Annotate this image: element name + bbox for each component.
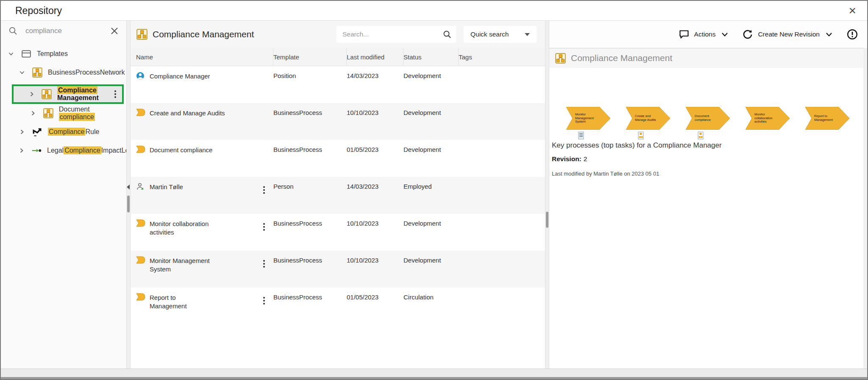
create-new-revision-button[interactable]: Create New Revision	[743, 29, 832, 39]
clear-search-icon[interactable]	[110, 27, 119, 35]
process-arrow-label: Document compliance	[695, 115, 720, 122]
refresh-icon	[743, 29, 753, 39]
chevron-down-icon	[721, 32, 728, 37]
business-process-network-icon	[42, 89, 52, 99]
process-arrow: Monitor Management System	[566, 107, 610, 130]
process-arrow-label: Monitor Management System	[575, 113, 601, 124]
item-status: Development	[403, 72, 459, 79]
repository-window: Repository × Templates BusinessProce	[0, 0, 868, 380]
tree-search-input[interactable]	[25, 26, 106, 36]
item-status: Employed	[403, 183, 459, 190]
item-template: BusinessProcess	[273, 220, 347, 227]
tree-item-templates[interactable]: Templates	[1, 47, 126, 61]
item-menu-icon[interactable]	[262, 258, 267, 269]
process-arrow: Create and Manage Audits	[626, 107, 670, 130]
chevron-right-icon[interactable]	[29, 91, 35, 97]
revision-line: Revision:2	[552, 155, 861, 163]
tree-item-compliance-management-selected[interactable]: Compliance Management	[12, 84, 124, 104]
item-modified: 01/05/2023	[347, 293, 403, 301]
quick-search-dropdown[interactable]: Quick search	[464, 26, 537, 43]
item-status: Development	[403, 109, 459, 116]
folder-icon	[21, 49, 31, 59]
item-menu-icon[interactable]	[262, 184, 267, 196]
table-row[interactable]: Monitor Management System BusinessProces…	[131, 251, 545, 288]
business-process-icon	[136, 145, 145, 154]
chevron-right-icon[interactable]	[30, 110, 36, 116]
table-row[interactable]: Create and Manage Audits BusinessProcess…	[131, 103, 545, 140]
tree-item-compliance-rule[interactable]: ComplianceRule	[1, 125, 126, 139]
search-icon	[8, 26, 18, 36]
position-icon	[136, 72, 145, 80]
item-modified: 10/10/2023	[347, 109, 403, 116]
actions-label: Actions	[694, 31, 716, 38]
diagram-caption: Key processes (top tasks) for a Complian…	[552, 141, 861, 150]
item-name: Martin Tølle	[150, 183, 213, 191]
close-icon[interactable]: ×	[849, 4, 856, 17]
table-row[interactable]: Monitor collaboration activities Busines…	[131, 214, 545, 251]
business-process-icon	[136, 219, 145, 228]
column-header-modified[interactable]: Last modified	[347, 48, 403, 66]
diagram-preview[interactable]: Monitor Management System Create and Man…	[552, 107, 861, 140]
tree-item-label: BusinessProcessNetwork	[48, 69, 125, 76]
item-status: Development	[403, 146, 459, 153]
detail-title-bar: Compliance Management	[549, 48, 867, 68]
collapse-panel-icon[interactable]	[127, 184, 130, 190]
column-header-tags[interactable]: Tags	[459, 48, 545, 66]
comment-bubble-icon	[679, 30, 689, 39]
search-icon[interactable]	[442, 30, 452, 39]
item-status: Development	[403, 220, 459, 227]
chevron-down-icon[interactable]	[8, 51, 14, 57]
tree-item-legal-compliance-impact-level[interactable]: LegalComplianceImpactLevel	[1, 144, 126, 157]
tree-item-label: ComplianceRule	[48, 128, 99, 136]
revision-value: 2	[584, 155, 587, 162]
tree-panel: Templates BusinessProcessNetwork Complia…	[1, 21, 126, 369]
detail-scrollbar[interactable]	[863, 48, 867, 369]
column-header-template[interactable]: Template	[273, 48, 347, 66]
chevron-right-icon[interactable]	[19, 129, 25, 135]
process-arrow-row: Monitor Management System Create and Man…	[566, 107, 861, 140]
person-icon	[136, 182, 145, 191]
scrollbar-thumb[interactable]	[127, 196, 130, 212]
create-new-revision-label: Create New Revision	[758, 31, 820, 38]
table-body: Compliance Manager Position 14/03/2023 D…	[131, 66, 545, 369]
item-menu-icon[interactable]	[262, 221, 267, 232]
column-header-status[interactable]: Status	[403, 48, 459, 66]
item-menu-icon[interactable]	[262, 295, 267, 306]
chevron-down-icon[interactable]	[19, 70, 25, 75]
item-modified: 01/05/2023	[347, 146, 403, 153]
list-search-input[interactable]	[342, 30, 442, 39]
tree-item-document-compliance[interactable]: Document compliance	[1, 106, 126, 120]
right-splitter[interactable]	[545, 21, 549, 369]
quick-search-label: Quick search	[470, 31, 509, 38]
tree-search-row	[1, 21, 126, 41]
info-icon[interactable]	[847, 29, 858, 40]
chevron-down-icon	[826, 32, 832, 37]
business-process-icon	[136, 256, 145, 265]
list-panel: Compliance Management Quick search Name …	[131, 21, 545, 369]
scrollbar-thumb[interactable]	[546, 212, 548, 228]
process-arrow: Monitor collaboration activities	[746, 107, 790, 130]
table-row[interactable]: Report to Management BusinessProcess 01/…	[131, 288, 545, 324]
item-name: Document compliance	[150, 146, 212, 154]
business-process-network-icon	[555, 53, 566, 64]
left-splitter[interactable]	[126, 21, 131, 369]
business-process-network-icon	[43, 108, 53, 118]
process-arrow-label: Report to Management	[814, 115, 840, 122]
item-name: Compliance Manager	[150, 72, 210, 81]
window-title: Repository	[15, 5, 62, 17]
impact-level-icon	[31, 145, 42, 156]
table-row[interactable]: Martin Tølle Person 14/03/2023 Employed	[131, 177, 545, 214]
item-status: Circulation	[403, 293, 459, 301]
revision-label: Revision:	[552, 155, 581, 162]
table-row[interactable]: Compliance Manager Position 14/03/2023 D…	[131, 66, 545, 103]
actions-button[interactable]: Actions	[679, 30, 729, 39]
chevron-right-icon[interactable]	[19, 148, 25, 154]
item-menu-icon[interactable]	[113, 89, 118, 100]
table-row[interactable]: Document compliance BusinessProcess 01/0…	[131, 140, 545, 177]
business-process-network-icon	[136, 29, 147, 40]
item-template: BusinessProcess	[273, 257, 347, 264]
template-tree: Templates BusinessProcessNetwork Complia…	[1, 41, 126, 157]
column-header-name[interactable]: Name	[131, 48, 273, 66]
process-arrow: Report to Management	[805, 107, 849, 130]
tree-item-business-process-network[interactable]: BusinessProcessNetwork	[1, 66, 126, 79]
